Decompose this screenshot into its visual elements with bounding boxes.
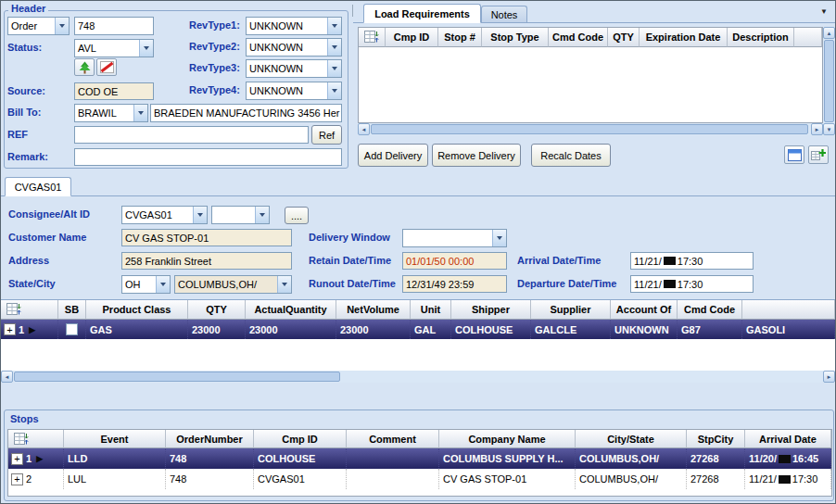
product-row[interactable]: + 1 ▶ GAS 23000 23000 23000 GAL COLHOUSE… [1,320,835,339]
dropdown-arrow-icon[interactable] [133,105,147,121]
column-header[interactable]: Stop # [438,28,482,47]
state-combo[interactable]: OH [121,275,171,294]
consignee-altid-combo[interactable]: CVGAS01 [121,206,208,224]
scroll-up-icon[interactable]: ▲ [823,27,835,39]
column-header[interactable]: Supplier [531,300,611,320]
more-button[interactable]: .... [285,207,309,224]
products-hscrollbar[interactable]: ◄ ► [1,371,835,383]
tab-list-dropdown-icon[interactable]: ▼ [820,7,828,16]
scroll-right-icon[interactable]: ► [811,123,823,135]
recalc-dates-button[interactable]: Recalc Dates [531,144,611,167]
sb-checkbox[interactable] [66,323,78,335]
column-header[interactable]: Cmd Code [678,300,742,320]
consignee-altid2-combo[interactable] [211,206,270,224]
dropdown-arrow-icon[interactable] [327,60,341,77]
column-header[interactable]: Comment [347,430,439,448]
scroll-left-icon[interactable]: ◄ [358,123,370,135]
column-header[interactable]: ActualQuantity [246,300,336,320]
grid-settings-icon-button[interactable] [359,28,386,47]
hscrollbar-thumb[interactable] [371,124,808,134]
column-header[interactable]: Cmp ID [386,28,438,47]
dropdown-arrow-icon[interactable] [327,82,341,99]
remove-delivery-button[interactable]: Remove Delivery [432,144,521,167]
delivery-window-combo[interactable] [402,229,507,247]
tree-button[interactable] [74,58,95,76]
tab-notes[interactable]: Notes [481,6,527,22]
dropdown-arrow-icon[interactable] [156,276,170,293]
column-header[interactable]: SB [58,300,86,320]
column-header[interactable]: StpCity [687,430,745,448]
expand-row-button[interactable]: + [11,473,23,485]
revtype3-label: RevType3: [189,62,240,73]
dropdown-arrow-icon[interactable] [139,40,153,57]
dropdown-arrow-icon[interactable] [255,207,269,223]
tab-consignee[interactable]: CVGAS01 [5,177,71,196]
row-number: 1 [19,324,24,335]
grid-settings-icon-button[interactable] [1,300,58,320]
expand-row-button[interactable]: + [11,453,23,465]
dropdown-arrow-icon[interactable] [193,207,207,223]
status-combo[interactable]: AVL [74,39,154,57]
scroll-left-icon[interactable]: ◄ [1,371,13,383]
order-type-combo[interactable]: Order [7,17,70,35]
cell-comment [347,448,439,469]
column-header[interactable]: Description [728,28,794,47]
column-header[interactable]: Stop Type [482,28,549,47]
tab-load-requirements[interactable]: Load Requirements [363,4,481,23]
dropdown-arrow-icon[interactable] [492,230,506,246]
column-header[interactable]: QTY [188,300,246,320]
arrival-field[interactable]: 11/21/ 17:30 [630,252,754,270]
add-grid-button[interactable] [808,145,829,164]
billto-name-field[interactable]: BRAEDEN MANUFACTURING 3456 Her [150,104,342,122]
column-header[interactable]: Shipper [451,300,531,320]
column-header[interactable]: Cmp ID [254,430,347,448]
hscrollbar-thumb[interactable] [14,372,340,382]
column-header[interactable]: Account Of [611,300,678,320]
revtype2-combo[interactable]: UNKNOWN [246,38,342,57]
column-header[interactable]: Unit [411,300,451,320]
departure-date-part: 11/21/ [634,279,662,290]
column-header[interactable]: City/State [576,430,687,448]
revtype4-combo[interactable]: UNKNOWN [246,82,342,100]
city-combo[interactable]: COLUMBUS,OH/ [174,275,292,294]
address-value: 258 Franklin Street [125,256,211,267]
scroll-right-icon[interactable]: ► [823,371,835,383]
revtype2-value: UNKNOWN [247,39,327,56]
vscrollbar-thumb[interactable] [824,40,834,122]
column-header[interactable]: NetVolume [336,300,411,320]
remark-field[interactable] [74,148,342,166]
dropdown-arrow-icon[interactable] [327,18,341,34]
arrival-date-part: 11/21/ [749,473,777,485]
add-delivery-button[interactable]: Add Delivery [358,144,428,167]
window-button[interactable] [784,145,804,164]
billto-combo[interactable]: BRAWIL [74,104,148,122]
row-number: 1 [26,453,32,464]
cell-supplier: GALCLE [531,320,611,339]
stop-row[interactable]: + 1 ▶ LLD 748 COLHOUSE COLUMBUS SUPPLY H… [8,448,831,469]
grid-settings-icon-button[interactable] [8,430,64,448]
revtype3-combo[interactable]: UNKNOWN [246,59,342,78]
column-header[interactable]: Event [64,430,166,448]
column-header[interactable]: Product Class [86,300,188,320]
dropdown-arrow-icon[interactable] [55,18,69,34]
scroll-down-icon[interactable]: ▼ [823,123,835,135]
dropdown-arrow-icon[interactable] [277,276,291,293]
order-number-field[interactable]: 748 [74,17,154,35]
column-header[interactable]: Cmd Code [549,28,608,47]
column-header[interactable]: Expiration Date [640,28,728,47]
column-header[interactable]: QTY [608,28,640,47]
ref-button[interactable]: Ref [311,125,342,145]
column-header[interactable]: Company Name [439,430,576,448]
expand-row-button[interactable]: + [4,323,16,335]
load-req-vscrollbar[interactable]: ▲ ▼ [823,27,835,135]
column-header[interactable]: Arrival Date [745,430,831,448]
ref-field[interactable] [74,126,309,144]
load-req-hscrollbar[interactable]: ◄ ► [358,123,823,135]
departure-field[interactable]: 11/21/ 17:30 [630,275,754,293]
revtype1-combo[interactable]: UNKNOWN [246,17,342,35]
red-slash-button[interactable] [96,58,117,76]
dropdown-arrow-icon[interactable] [327,39,341,56]
stop-row[interactable]: + 2 LUL 748 CVGAS01 CV GAS STOP-01 COLUM… [8,469,831,489]
column-header[interactable]: OrderNumber [166,430,254,448]
revtype1-label: RevType1: [189,19,240,31]
